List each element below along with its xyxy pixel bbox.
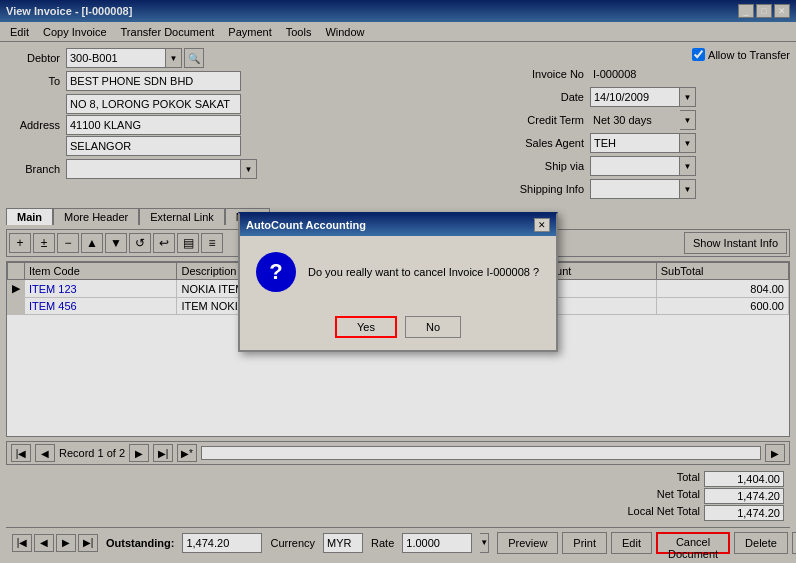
modal-dialog: AutoCount Accounting ✕ ? Do you really w… bbox=[238, 212, 558, 352]
modal-overlay: AutoCount Accounting ✕ ? Do you really w… bbox=[0, 0, 796, 563]
modal-title: AutoCount Accounting bbox=[246, 219, 366, 231]
modal-no-button[interactable]: No bbox=[405, 316, 461, 338]
modal-body: ? Do you really want to cancel Invoice I… bbox=[240, 236, 556, 308]
modal-yes-button[interactable]: Yes bbox=[335, 316, 397, 338]
modal-title-bar: AutoCount Accounting ✕ bbox=[240, 214, 556, 236]
modal-buttons: Yes No bbox=[240, 308, 556, 350]
modal-question-icon: ? bbox=[256, 252, 296, 292]
modal-close-button[interactable]: ✕ bbox=[534, 218, 550, 232]
modal-message: Do you really want to cancel Invoice I-0… bbox=[308, 266, 539, 278]
